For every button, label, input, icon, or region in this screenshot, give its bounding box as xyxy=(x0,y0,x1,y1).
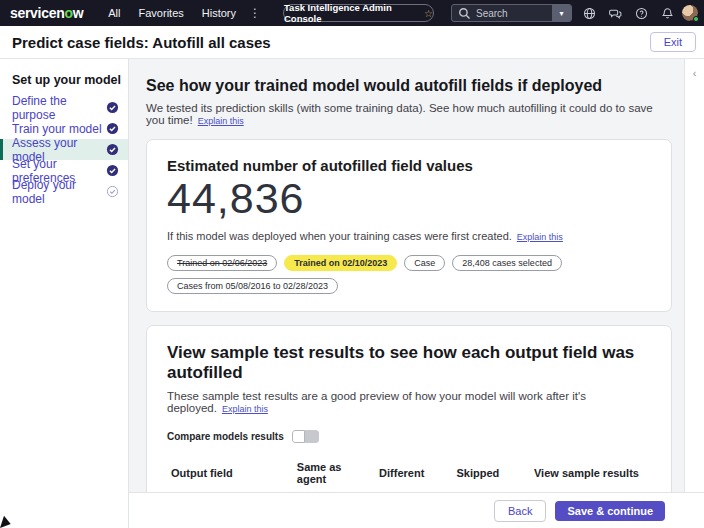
more-menu-icon[interactable]: ⋮ xyxy=(249,6,261,20)
task-intelligence-admin-console: servicenow All Favorites History ⋮ Task … xyxy=(0,0,704,528)
nav-history[interactable]: History xyxy=(202,7,236,19)
search-input[interactable] xyxy=(476,8,546,19)
explain-this-link[interactable]: Explain this xyxy=(222,404,268,414)
bell-icon[interactable] xyxy=(661,7,674,20)
sample-results-heading: View sample test results to see how each… xyxy=(167,343,651,383)
favorite-star-icon[interactable]: ☆ xyxy=(424,8,433,19)
intro-text: We tested its prediction skills (with so… xyxy=(146,102,672,126)
check-circle-icon xyxy=(106,101,119,114)
collapse-chevron-icon[interactable]: ‹ xyxy=(685,67,704,79)
toggle-track xyxy=(305,430,319,443)
main-panel: See how your trained model would autofil… xyxy=(129,59,704,528)
check-circle-icon xyxy=(106,143,119,156)
servicenow-logo: servicenow xyxy=(10,5,83,21)
intro-heading: See how your trained model would autofil… xyxy=(146,77,672,95)
exit-button[interactable]: Exit xyxy=(650,32,696,52)
estimate-caption: If this model was deployed when your tra… xyxy=(167,230,651,242)
top-header: servicenow All Favorites History ⋮ Task … xyxy=(0,0,704,26)
model-info-pills: Trained on 02/06/2023 Trained on 02/10/2… xyxy=(167,255,651,294)
col-view-sample-results: View sample results xyxy=(530,457,651,492)
page-title-bar: Predict case fields: Autofill all cases … xyxy=(0,26,704,59)
check-circle-icon xyxy=(106,122,119,135)
estimate-card-heading: Estimated number of autofilled field val… xyxy=(167,157,651,174)
setup-sidebar: Set up your model Define the purpose Tra… xyxy=(0,59,129,528)
compare-models-row: Compare models results xyxy=(167,430,651,443)
explain-this-link[interactable]: Explain this xyxy=(198,116,244,126)
search-scope-dropdown[interactable]: ▾ xyxy=(552,5,571,21)
logo-text: servicen xyxy=(10,5,64,21)
col-different: Different xyxy=(375,457,452,492)
collapse-rail: ‹ xyxy=(684,59,704,492)
pending-circle-icon xyxy=(106,185,119,198)
header-icon-group xyxy=(583,0,674,26)
logo-accent: o xyxy=(64,5,72,21)
presence-status-dot xyxy=(693,16,699,22)
sidebar-item-deploy-model[interactable]: Deploy your model xyxy=(0,181,128,202)
autofill-estimate-value: 44,836 xyxy=(167,176,651,221)
pill-trained-old: Trained on 02/06/2023 xyxy=(167,255,277,271)
chat-icon[interactable] xyxy=(609,7,622,20)
col-same-as-agent: Same as agent xyxy=(293,457,375,492)
sample-results-subtext: These sample test results are a good pre… xyxy=(167,390,651,414)
user-avatar[interactable] xyxy=(682,5,698,21)
nav-favorites[interactable]: Favorites xyxy=(139,7,184,19)
toggle-knob xyxy=(292,430,305,443)
table-header-row: Output field Same as agent Different Ski… xyxy=(167,457,651,492)
search-icon xyxy=(458,7,471,20)
compare-models-label: Compare models results xyxy=(167,431,284,442)
back-button[interactable]: Back xyxy=(494,500,546,522)
pill-table: Case xyxy=(404,255,445,271)
sidebar-heading: Set up your model xyxy=(12,73,128,87)
save-continue-button[interactable]: Save & continue xyxy=(555,501,665,521)
sidebar-item-label: Train your model xyxy=(12,122,106,136)
globe-icon[interactable] xyxy=(583,7,596,20)
sidebar-item-label: Deploy your model xyxy=(12,178,106,206)
global-search: ▾ xyxy=(451,4,572,22)
explain-this-link[interactable]: Explain this xyxy=(517,232,563,242)
sidebar-item-define-purpose[interactable]: Define the purpose xyxy=(0,97,128,118)
pill-case-range: Cases from 05/08/2016 to 02/28/2023 xyxy=(167,278,338,294)
help-icon[interactable] xyxy=(635,7,648,20)
pill-trained-new: Trained on 02/10/2023 xyxy=(284,255,397,271)
main-content: See how your trained model would autofil… xyxy=(129,59,704,492)
search-field[interactable] xyxy=(452,5,552,21)
compare-models-toggle[interactable] xyxy=(292,430,319,443)
context-pill[interactable]: Task Intelligence Admin Console ☆ xyxy=(283,4,434,22)
estimate-card: Estimated number of autofilled field val… xyxy=(146,139,672,312)
col-output-field: Output field xyxy=(167,457,293,492)
check-circle-icon xyxy=(106,164,119,177)
wizard-footer: Back Save & continue xyxy=(129,492,704,528)
page-title: Predict case fields: Autofill all cases xyxy=(12,34,271,51)
sidebar-item-label: Define the purpose xyxy=(12,94,106,122)
results-table: Output field Same as agent Different Ski… xyxy=(167,457,651,492)
col-skipped: Skipped xyxy=(453,457,530,492)
pill-cases-selected: 28,408 cases selected xyxy=(452,255,562,271)
logo-text-2: w xyxy=(73,5,84,21)
context-pill-label: Task Intelligence Admin Console xyxy=(284,2,419,24)
estimate-caption-text: If this model was deployed when your tra… xyxy=(167,230,512,242)
nav-all[interactable]: All xyxy=(108,7,120,19)
sample-results-card: View sample test results to see how each… xyxy=(146,325,672,492)
page-body: Set up your model Define the purpose Tra… xyxy=(0,59,704,528)
